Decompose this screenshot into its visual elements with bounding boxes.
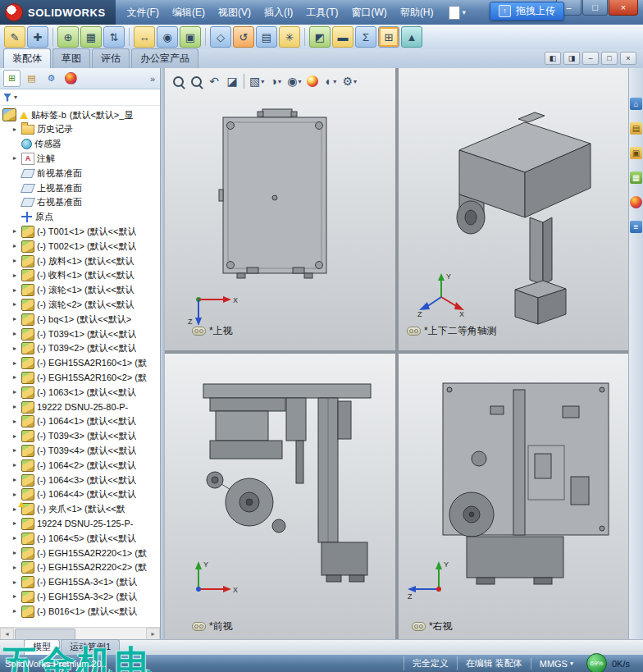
tree-item-egh15sa2r220-1[interactable]: (-) EGH15SA2R220<1> (默 <box>0 546 160 560</box>
new-document-icon[interactable] <box>449 6 460 20</box>
tree-item-t039-2[interactable]: (-) T039<2> (默认<<默认 <box>0 341 160 356</box>
tree-item-t002-1[interactable]: (-) T002<1> (默认<<默认 <box>0 239 160 254</box>
edit-component-icon[interactable]: ✎ <box>4 26 25 48</box>
expand-arrow-icon[interactable] <box>11 374 19 381</box>
assembly-features-icon[interactable]: ▣ <box>180 26 201 48</box>
viewport-right[interactable]: Y Z *右视 <box>399 354 628 640</box>
new-motion-study-icon[interactable]: ↺ <box>233 26 254 48</box>
menu-file[interactable]: 文件(F) <box>121 2 166 23</box>
expand-arrow-icon[interactable] <box>11 243 19 249</box>
tree-item-b016-1[interactable]: (-) B016<1> (默认<<默认 <box>0 604 160 619</box>
upload-overlay-button[interactable]: ↑ 拖拽上传 <box>490 2 564 21</box>
propertymanager-tab-icon[interactable]: ▤ <box>23 70 40 87</box>
expand-arrow-icon[interactable] <box>11 608 19 615</box>
filter-funnel-icon[interactable] <box>3 94 11 102</box>
doc-close-button[interactable]: × <box>620 52 636 65</box>
doc-minimize-button[interactable]: – <box>582 52 599 65</box>
tree-item-egh15sa-3-2[interactable]: (-) EGH15SA-3<2> (默认 <box>0 590 160 605</box>
zoom-to-fit-icon[interactable] <box>171 73 185 89</box>
interference-detection-icon[interactable]: ◩ <box>309 26 331 48</box>
expand-arrow-icon[interactable] <box>11 491 19 498</box>
mass-properties-icon[interactable]: Σ <box>355 26 376 48</box>
tree-item-sensors[interactable]: 传感器 <box>0 137 160 152</box>
zoom-to-area-icon[interactable] <box>189 73 203 89</box>
filter-caret-icon[interactable] <box>14 94 17 101</box>
instant3d-icon[interactable]: ▲ <box>401 26 422 48</box>
menu-view[interactable]: 视图(V) <box>212 2 258 23</box>
maximize-button[interactable]: □ <box>582 0 608 16</box>
tree-item-fangliao-1[interactable]: (-) 放料<1> (默认<<默认 <box>0 254 160 268</box>
tab-scroll-prev-button[interactable]: ‹ <box>12 645 23 655</box>
viewport-layout-icon[interactable]: ⊞ <box>378 26 399 48</box>
expand-arrow-icon[interactable] <box>11 535 19 542</box>
scrollbar-thumb[interactable] <box>15 629 75 640</box>
tab-sketch[interactable]: 草图 <box>52 48 90 68</box>
tab-office-products[interactable]: 办公室产品 <box>131 48 198 68</box>
tree-item-history[interactable]: 历史记录 <box>0 122 160 137</box>
tab-motion-study[interactable]: 运动算例1 <box>61 639 120 655</box>
tree-item-t039-4[interactable]: (-) T039<4> (默认<<默认 <box>0 444 160 459</box>
tree-item-gunlun-2[interactable]: (-) 滚轮<2> (默认<<默认 <box>0 298 160 313</box>
menu-window[interactable]: 窗口(W) <box>345 2 394 23</box>
expand-arrow-icon[interactable] <box>11 360 19 367</box>
linear-component-pattern-icon[interactable]: ▦ <box>80 26 102 48</box>
tree-item-right-plane[interactable]: 右视基准面 <box>0 195 160 210</box>
close-button[interactable]: × <box>609 0 638 16</box>
bill-of-materials-icon[interactable]: ▤ <box>256 26 277 48</box>
expand-arrow-icon[interactable] <box>11 389 19 395</box>
panel-expand-chevron-icon[interactable] <box>150 74 157 84</box>
insert-components-icon[interactable]: ⊕ <box>57 26 79 48</box>
edit-appearance-icon[interactable] <box>306 73 319 89</box>
expand-arrow-icon[interactable] <box>11 258 19 264</box>
apply-scene-icon[interactable]: ◐ <box>324 73 337 89</box>
tree-item-egh15sa2r220-2[interactable]: (-) EGH15SA2R220<2> (默 <box>0 560 160 575</box>
tree-item-egh15sa-3-1[interactable]: (-) EGH15SA-3<1> (默认 <box>0 575 160 590</box>
smart-fasteners-icon[interactable]: ⇅ <box>103 26 125 48</box>
move-component-icon[interactable]: ↔ <box>134 26 155 48</box>
previous-view-icon[interactable]: ↶ <box>207 73 221 89</box>
expand-arrow-icon[interactable] <box>11 345 19 352</box>
view-palette-icon[interactable]: ▦ <box>630 171 642 184</box>
expand-arrow-icon[interactable] <box>11 477 19 483</box>
display-pane-left-button[interactable]: ◧ <box>545 52 561 65</box>
featuremanager-tab-icon[interactable]: ⊞ <box>3 70 21 87</box>
viewport-top[interactable]: X Z *上视 <box>165 68 395 350</box>
expand-arrow-icon[interactable] <box>11 447 19 454</box>
overlay-progress-badge[interactable]: 69% <box>586 653 607 672</box>
appearances-tab-icon[interactable] <box>65 72 77 85</box>
file-explorer-icon[interactable]: ▣ <box>630 147 642 159</box>
expand-arrow-icon[interactable] <box>11 155 19 162</box>
tree-item-1064-5[interactable]: (-) 1064<5> (默认<<默认 <box>0 531 160 546</box>
tree-item-origin[interactable]: 原点 <box>0 210 160 225</box>
expand-arrow-icon[interactable] <box>11 404 19 410</box>
tree-item-1063-1[interactable]: (-) 1063<1> (默认<<默认 <box>0 385 160 400</box>
expand-arrow-icon[interactable] <box>11 287 19 294</box>
tree-item-jiazhua-1[interactable]: (-) 夹爪<1> (默认<<默 <box>0 502 160 517</box>
section-view-icon[interactable]: ◪ <box>226 73 239 89</box>
hide-show-items-icon[interactable]: ◉ <box>287 73 301 89</box>
measure-icon[interactable]: ▬ <box>332 26 353 48</box>
tree-item-1064-3[interactable]: (-) 1064<3> (默认<<默认 <box>0 473 160 487</box>
doc-restore-button[interactable]: □ <box>601 52 618 65</box>
custom-properties-icon[interactable]: ≡ <box>630 221 642 233</box>
tree-item-top-plane[interactable]: 上视基准面 <box>0 181 160 195</box>
new-document-caret-icon[interactable]: ▾ <box>463 8 467 16</box>
tree-item-egh15sa2r160-2[interactable]: (-) EGH15SA2R160<2> (默 <box>0 371 160 386</box>
menu-edit[interactable]: 编辑(E) <box>166 2 212 23</box>
expand-arrow-icon[interactable] <box>11 316 19 322</box>
tree-item-shouliao-1[interactable]: (-) 收料<1> (默认<<默认 <box>0 268 160 283</box>
tree-item-front-plane[interactable]: 前视基准面 <box>0 166 160 181</box>
tree-item-1064-1[interactable]: (-) 1064<1> (默认<<默认 <box>0 414 160 429</box>
tree-item-t001-1[interactable]: (-) T001<1> (默认<<默认 <box>0 225 160 240</box>
view-orientation-icon[interactable]: ▧ <box>249 73 264 89</box>
tab-evaluate[interactable]: 评估 <box>92 48 130 68</box>
expand-arrow-icon[interactable] <box>11 301 19 308</box>
solidworks-resources-icon[interactable]: ⌂ <box>630 98 642 110</box>
show-hidden-components-icon[interactable]: ◉ <box>157 26 178 48</box>
tab-model[interactable]: 模型 <box>24 639 60 655</box>
tree-item-egh15sa2r160-1[interactable]: (-) EGH15SA2R160<1> (默 <box>0 356 160 371</box>
tree-item-bq-1[interactable]: (-) bq<1> (默认<<默认> <box>0 312 160 327</box>
tree-item-19222[interactable]: 19222 DSNU-25-80-P- <box>0 400 160 414</box>
expand-arrow-icon[interactable] <box>11 550 19 556</box>
expand-arrow-icon[interactable] <box>11 593 19 600</box>
